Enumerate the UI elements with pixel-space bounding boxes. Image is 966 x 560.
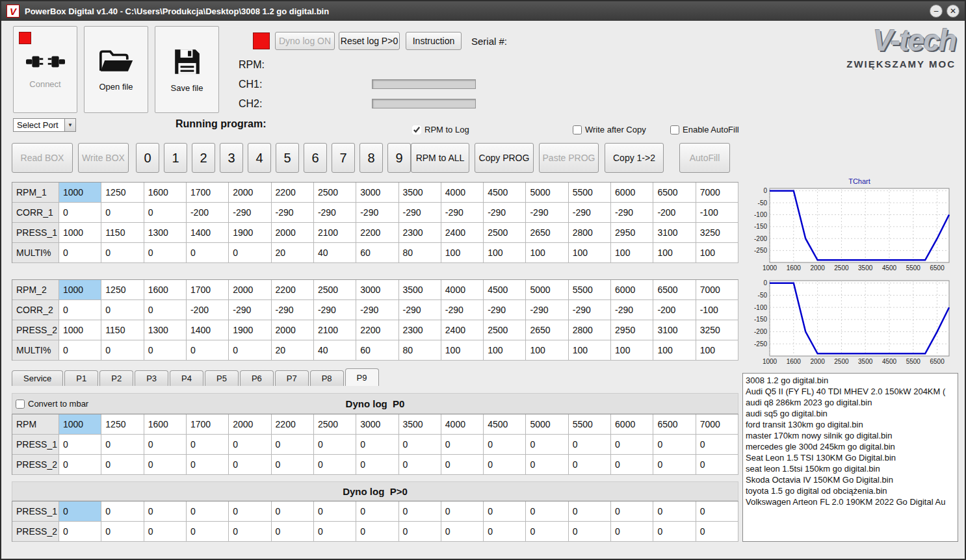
cell-PRESS_2-12[interactable]: 0 (569, 455, 611, 475)
instruction-button[interactable]: Instruction (406, 32, 462, 50)
cell-MULTI%-1[interactable]: 0 (101, 340, 144, 361)
cell-PRESS_2-7[interactable]: 0 (356, 455, 398, 475)
cell-RPM-4[interactable]: 2000 (229, 414, 271, 435)
tab-p7[interactable]: P7 (275, 370, 309, 386)
cell-RPM_2-0[interactable]: 1000 (59, 280, 101, 300)
file-list-item[interactable]: audi q8 286km 2023 go digital.bin (743, 397, 958, 408)
close-button[interactable]: ✕ (946, 5, 959, 18)
cell-MULTI%-12[interactable]: 100 (569, 243, 611, 263)
cell-RPM-12[interactable]: 5500 (569, 414, 611, 435)
cell-CORR_1-7[interactable]: -290 (356, 203, 398, 223)
cell-MULTI%-10[interactable]: 100 (484, 340, 526, 361)
cell-CORR_1-8[interactable]: -290 (399, 203, 441, 223)
cell-MULTI%-7[interactable]: 60 (356, 340, 398, 361)
cell-MULTI%-1[interactable]: 0 (101, 243, 144, 263)
cell-PRESS_2-12[interactable]: 0 (569, 522, 611, 542)
program-button-5[interactable]: 5 (276, 143, 299, 173)
cell-RPM_1-6[interactable]: 2500 (314, 183, 356, 203)
cell-PRESS_2-0[interactable]: 0 (59, 455, 101, 475)
cell-RPM_1-9[interactable]: 4000 (441, 183, 484, 203)
cell-MULTI%-6[interactable]: 40 (314, 340, 356, 361)
cell-MULTI%-7[interactable]: 60 (356, 243, 398, 263)
cell-RPM-9[interactable]: 4000 (441, 414, 484, 435)
cell-CORR_2-11[interactable]: -290 (526, 300, 568, 320)
cell-CORR_1-0[interactable]: 0 (59, 203, 101, 223)
cell-MULTI%-10[interactable]: 100 (484, 243, 526, 263)
cell-PRESS_1-7[interactable]: 0 (356, 502, 398, 522)
cell-PRESS_1-14[interactable]: 3100 (653, 223, 696, 243)
cell-CORR_1-10[interactable]: -290 (484, 203, 526, 223)
cell-MULTI%-5[interactable]: 20 (272, 243, 314, 263)
cell-CORR_2-5[interactable]: -290 (272, 300, 314, 320)
cell-PRESS_2-13[interactable]: 2950 (611, 320, 653, 340)
cell-PRESS_2-11[interactable]: 0 (526, 455, 568, 475)
program-button-3[interactable]: 3 (220, 143, 243, 173)
tab-p3[interactable]: P3 (135, 370, 168, 386)
cell-PRESS_1-2[interactable]: 0 (144, 435, 187, 455)
cell-PRESS_1-10[interactable]: 2500 (484, 223, 526, 243)
cell-PRESS_1-4[interactable]: 1900 (229, 223, 271, 243)
cell-RPM-10[interactable]: 4500 (484, 414, 526, 435)
cell-PRESS_1-5[interactable]: 0 (272, 502, 314, 522)
cell-RPM-11[interactable]: 5000 (526, 414, 568, 435)
cell-RPM_1-15[interactable]: 7000 (696, 183, 738, 203)
cell-RPM_2-13[interactable]: 6000 (611, 280, 653, 300)
file-list-item[interactable]: seat leon 1.5tsi 150km go digital.bin (743, 463, 958, 474)
cell-MULTI%-11[interactable]: 100 (526, 340, 568, 361)
cell-PRESS_1-1[interactable]: 0 (101, 502, 144, 522)
cell-CORR_2-13[interactable]: -290 (611, 300, 653, 320)
cell-RPM_1-14[interactable]: 6500 (653, 183, 696, 203)
cell-CORR_1-15[interactable]: -100 (696, 203, 738, 223)
cell-CORR_2-10[interactable]: -290 (484, 300, 526, 320)
cell-PRESS_1-0[interactable]: 0 (59, 502, 101, 522)
cell-MULTI%-11[interactable]: 100 (526, 243, 568, 263)
cell-PRESS_2-13[interactable]: 0 (611, 455, 653, 475)
cell-PRESS_1-15[interactable]: 0 (696, 435, 738, 455)
cell-PRESS_1-9[interactable]: 2400 (441, 223, 484, 243)
open-file-button[interactable]: Open file (84, 26, 148, 113)
cell-RPM-3[interactable]: 1700 (187, 414, 229, 435)
rpm-to-log-checkbox[interactable]: RPM to Log (412, 125, 469, 134)
cell-PRESS_2-0[interactable]: 1000 (59, 320, 101, 340)
cell-PRESS_2-0[interactable]: 0 (59, 522, 101, 542)
cell-MULTI%-0[interactable]: 0 (59, 243, 101, 263)
file-list-item[interactable]: mercedes gle 300d 245km go digital.bin (743, 441, 958, 452)
cell-RPM-8[interactable]: 3500 (399, 414, 441, 435)
cell-MULTI%-9[interactable]: 100 (441, 340, 484, 361)
tab-service[interactable]: Service (12, 370, 63, 386)
cell-MULTI%-4[interactable]: 0 (229, 243, 271, 263)
cell-RPM_1-2[interactable]: 1600 (144, 183, 187, 203)
cell-PRESS_2-14[interactable]: 3100 (653, 320, 696, 340)
cell-CORR_2-4[interactable]: -290 (229, 300, 271, 320)
cell-CORR_1-9[interactable]: -290 (441, 203, 484, 223)
cell-RPM_1-3[interactable]: 1700 (187, 183, 229, 203)
cell-PRESS_1-1[interactable]: 1150 (101, 223, 144, 243)
cell-PRESS_1-13[interactable]: 2950 (611, 223, 653, 243)
cell-PRESS_1-7[interactable]: 2200 (356, 223, 398, 243)
cell-RPM_1-1[interactable]: 1250 (101, 183, 144, 203)
cell-PRESS_1-9[interactable]: 0 (441, 435, 484, 455)
cell-RPM_2-10[interactable]: 4500 (484, 280, 526, 300)
cell-MULTI%-14[interactable]: 100 (653, 243, 696, 263)
cell-PRESS_2-12[interactable]: 2800 (569, 320, 611, 340)
rpm-to-log-input[interactable] (412, 125, 421, 134)
file-list-item[interactable]: Audi Q5 II (FY FL) 40 TDI MHEV 2.0 150kW… (743, 386, 958, 397)
cell-RPM_2-14[interactable]: 6500 (653, 280, 696, 300)
cell-PRESS_2-5[interactable]: 0 (272, 522, 314, 542)
cell-CORR_2-6[interactable]: -290 (314, 300, 356, 320)
cell-RPM_2-15[interactable]: 7000 (696, 280, 738, 300)
cell-PRESS_1-11[interactable]: 2650 (526, 223, 568, 243)
cell-PRESS_2-3[interactable]: 0 (187, 455, 229, 475)
cell-PRESS_2-7[interactable]: 0 (356, 522, 398, 542)
cell-MULTI%-0[interactable]: 0 (59, 340, 101, 361)
cell-PRESS_1-3[interactable]: 1400 (187, 223, 229, 243)
cell-PRESS_2-7[interactable]: 2200 (356, 320, 398, 340)
cell-PRESS_1-15[interactable]: 0 (696, 502, 738, 522)
cell-RPM-15[interactable]: 7000 (696, 414, 738, 435)
cell-CORR_1-3[interactable]: -200 (187, 203, 229, 223)
cell-CORR_2-12[interactable]: -290 (569, 300, 611, 320)
cell-RPM-14[interactable]: 6500 (653, 414, 696, 435)
cell-MULTI%-3[interactable]: 0 (187, 340, 229, 361)
cell-RPM_2-1[interactable]: 1250 (101, 280, 144, 300)
cell-PRESS_1-10[interactable]: 0 (484, 502, 526, 522)
